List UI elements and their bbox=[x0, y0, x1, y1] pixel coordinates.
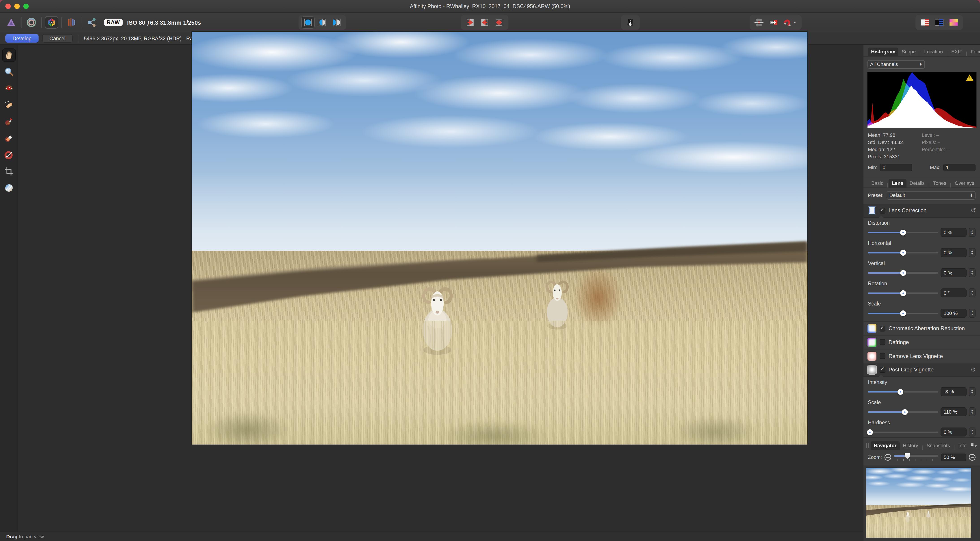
histogram-chart[interactable] bbox=[867, 72, 977, 128]
hardness-stepper[interactable]: ▲▼ bbox=[969, 428, 975, 436]
single-view-icon[interactable] bbox=[301, 16, 315, 29]
tab-focus[interactable]: Focus bbox=[967, 47, 980, 56]
lens-correction-checkbox[interactable] bbox=[880, 208, 885, 214]
zoom-value[interactable]: 50 % bbox=[941, 453, 966, 461]
tone-mapping-persona-icon[interactable] bbox=[65, 16, 78, 29]
scale-slider[interactable] bbox=[868, 309, 938, 318]
crop-tool-button[interactable] bbox=[2, 164, 16, 178]
zoom-tool-button[interactable] bbox=[2, 65, 16, 78]
max-input[interactable]: 1 bbox=[943, 163, 975, 171]
vertical-slider[interactable] bbox=[868, 268, 938, 277]
develop-persona-icon[interactable] bbox=[45, 16, 58, 29]
rotation-value[interactable]: 0 ° bbox=[940, 289, 967, 297]
zoom-in-icon[interactable] bbox=[969, 454, 975, 460]
chromatic-aberration-icon bbox=[867, 324, 877, 333]
split-view-icon[interactable] bbox=[316, 16, 329, 29]
navigator-thumbnail[interactable] bbox=[866, 468, 971, 538]
distortion-slider[interactable] bbox=[868, 228, 938, 237]
panel-menu-icon[interactable]: ≡▼ bbox=[970, 441, 977, 448]
scale-stepper[interactable]: ▲▼ bbox=[969, 309, 975, 318]
overlay-erase-tool-button[interactable] bbox=[2, 131, 16, 145]
tab-basic[interactable]: Basic bbox=[868, 179, 886, 188]
blemish-removal-tool-button[interactable] bbox=[2, 98, 16, 112]
develop-button[interactable]: Develop bbox=[5, 34, 38, 43]
post-crop-vignette-checkbox[interactable] bbox=[880, 367, 885, 373]
intensity-stepper[interactable]: ▲▼ bbox=[969, 387, 975, 396]
cancel-button[interactable]: Cancel bbox=[42, 34, 73, 43]
tab-details[interactable]: Details bbox=[907, 179, 928, 188]
zoom-window-button[interactable] bbox=[23, 3, 29, 9]
rotation-slider[interactable] bbox=[868, 289, 938, 297]
close-window-button[interactable] bbox=[5, 3, 11, 9]
max-label: Max: bbox=[930, 164, 940, 170]
hardness-value[interactable]: 0 % bbox=[940, 428, 967, 436]
sync-after-to-before-icon[interactable] bbox=[478, 16, 492, 29]
overlay-gradient-tool-button[interactable] bbox=[2, 148, 16, 161]
horizontal-slider[interactable] bbox=[868, 248, 938, 257]
zoom-out-icon[interactable] bbox=[885, 454, 891, 460]
white-balance-tool-button[interactable] bbox=[2, 181, 16, 195]
zoom-label: Zoom: bbox=[868, 455, 882, 460]
scale-value[interactable]: 100 % bbox=[940, 309, 967, 318]
panel-drag-grip[interactable] bbox=[866, 443, 869, 448]
tab-lens[interactable]: Lens bbox=[889, 179, 906, 188]
horizontal-stepper[interactable]: ▲▼ bbox=[969, 248, 975, 257]
zoom-slider[interactable] bbox=[894, 453, 938, 461]
chromatic-aberration-row: Chromatic Aberration Reduction bbox=[864, 321, 980, 335]
tab-history[interactable]: History bbox=[900, 441, 921, 450]
photo-hillside bbox=[192, 214, 807, 337]
minimize-window-button[interactable] bbox=[14, 3, 20, 9]
overlay-paint-tool-button[interactable] bbox=[2, 115, 16, 128]
vignette-scale-stepper[interactable]: ▲▼ bbox=[969, 407, 975, 416]
vignette-scale-slider[interactable] bbox=[868, 407, 938, 416]
photo-preview[interactable] bbox=[192, 32, 807, 445]
vignette-scale-value[interactable]: 110 % bbox=[940, 407, 967, 416]
vertical-stepper[interactable]: ▲▼ bbox=[969, 268, 975, 277]
sync-both-icon[interactable] bbox=[492, 16, 506, 29]
horizontal-value[interactable]: 0 % bbox=[940, 248, 967, 257]
snapping-options-caret[interactable]: ▼ bbox=[793, 21, 797, 24]
snap-to-pixel-icon[interactable] bbox=[767, 16, 780, 29]
channel-selector[interactable]: All Channels ▲▼ bbox=[867, 60, 925, 69]
grass-tuft bbox=[574, 267, 623, 329]
rotation-stepper[interactable]: ▲▼ bbox=[969, 289, 975, 297]
lens-correction-label: Lens Correction bbox=[889, 207, 926, 214]
tab-snapshots[interactable]: Snapshots bbox=[924, 441, 953, 450]
intensity-slider[interactable] bbox=[868, 387, 938, 396]
snapping-magnet-icon[interactable]: ▼ bbox=[781, 16, 799, 29]
vertical-value[interactable]: 0 % bbox=[940, 268, 967, 277]
tab-tones[interactable]: Tones bbox=[930, 179, 950, 188]
tab-navigator[interactable]: Navigator bbox=[870, 441, 900, 450]
mirror-view-icon[interactable] bbox=[330, 16, 344, 29]
clipped-highlights-icon[interactable] bbox=[918, 16, 932, 29]
intensity-value[interactable]: -8 % bbox=[940, 387, 967, 396]
chromatic-aberration-checkbox[interactable] bbox=[880, 326, 885, 331]
view-tool-button[interactable] bbox=[2, 48, 16, 62]
export-persona-icon[interactable] bbox=[85, 16, 99, 29]
tab-location[interactable]: Location bbox=[921, 47, 946, 56]
assistant-icon[interactable] bbox=[624, 16, 637, 29]
tab-scope[interactable]: Scope bbox=[899, 47, 919, 56]
min-input[interactable]: 0 bbox=[880, 163, 912, 171]
sync-before-to-after-icon[interactable] bbox=[463, 16, 477, 29]
tab-exif[interactable]: EXIF bbox=[948, 47, 966, 56]
tab-overlays[interactable]: Overlays bbox=[951, 179, 977, 188]
remove-lens-vignette-checkbox[interactable] bbox=[880, 353, 885, 359]
red-eye-removal-tool-button[interactable] bbox=[2, 81, 16, 95]
photo-persona-icon[interactable] bbox=[25, 16, 38, 29]
defringe-row: Defringe bbox=[864, 335, 980, 349]
hardness-slider[interactable] bbox=[868, 428, 938, 436]
slider-row-scale: Scale 100 % ▲▼ bbox=[868, 301, 975, 318]
clipped-shadows-icon[interactable] bbox=[932, 16, 946, 29]
distortion-stepper[interactable]: ▲▼ bbox=[969, 228, 975, 237]
distortion-value[interactable]: 0 % bbox=[940, 228, 967, 237]
tab-histogram[interactable]: Histogram bbox=[868, 47, 899, 56]
show-grid-icon[interactable] bbox=[752, 16, 766, 29]
white-balance-icon bbox=[4, 183, 14, 193]
clipped-tones-icon[interactable] bbox=[947, 16, 960, 29]
defringe-checkbox[interactable] bbox=[880, 339, 885, 345]
preset-selector[interactable]: Default ▲▼ bbox=[887, 191, 975, 199]
post-crop-vignette-reset-icon[interactable]: ↺ bbox=[971, 366, 976, 373]
tab-info[interactable]: Info bbox=[955, 441, 970, 450]
lens-correction-reset-icon[interactable]: ↺ bbox=[971, 207, 976, 214]
